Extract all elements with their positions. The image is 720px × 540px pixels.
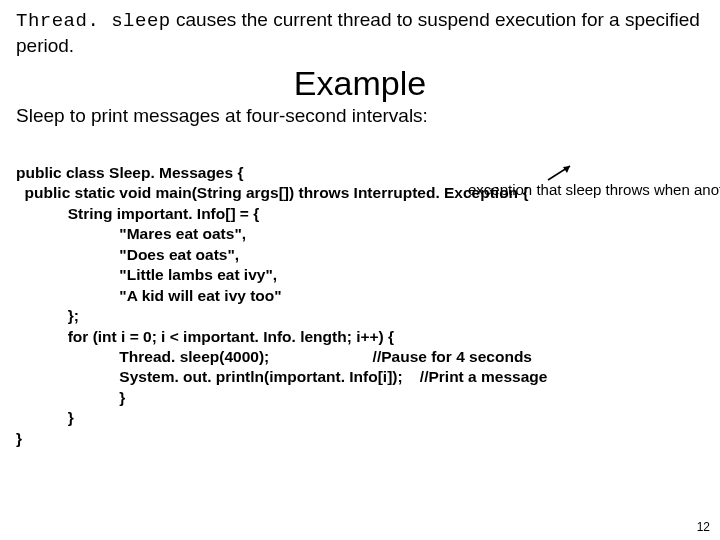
code-line: "Little lambs eat ivy", [16,266,277,283]
code-line: } [16,389,125,406]
code-line: public class Sleep. Messages { [16,164,243,181]
subtitle: Sleep to print messages at four-second i… [0,105,720,137]
code-line: "A kid will eat ivy too" [16,287,282,304]
code-line: "Does eat oats", [16,246,239,263]
code-line: System. out. println(important. Info[i])… [16,368,547,385]
code-line: "Mares eat oats", [16,225,246,242]
code-line: }; [16,307,79,324]
arrow-icon [546,162,576,182]
intro-paragraph: Thread. sleep causes the current thread … [0,0,720,58]
svg-marker-1 [563,166,570,173]
code-line: public static void main(String args[]) t… [16,184,528,201]
page-title: Example [0,64,720,103]
code-line: String important. Info[] = { [16,205,259,222]
code-line: } [16,409,74,426]
code-line: for (int i = 0; i < important. Info. len… [16,328,394,345]
intro-code-term: Thread. sleep [16,10,171,32]
code-line: } [16,430,22,447]
annotation-text: exception that sleep throws when another… [468,181,700,200]
code-block: public class Sleep. Messages { public st… [0,137,720,517]
code-line: Thread. sleep(4000); //Pause for 4 secon… [16,348,532,365]
svg-line-0 [548,166,570,180]
page-number: 12 [697,520,710,534]
